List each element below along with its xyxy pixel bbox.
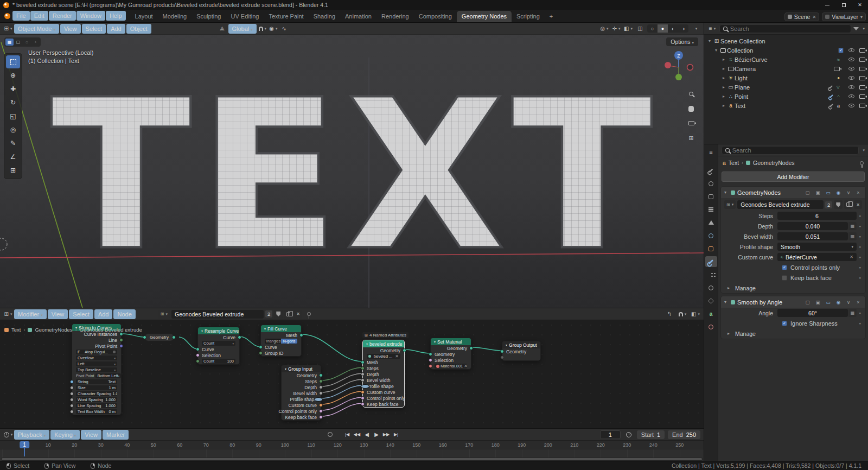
count-field[interactable]: Count100 (202, 359, 235, 364)
text-box-width-field[interactable]: Text Box Width0 m (76, 409, 117, 414)
shading-wireframe-button[interactable]: ○ (647, 24, 658, 33)
input-socket[interactable] (429, 364, 432, 368)
render-visibility-icon[interactable] (859, 48, 865, 53)
properties-filter-icon[interactable] (861, 148, 865, 153)
proportional-editing-icon[interactable]: ◉ (269, 24, 278, 33)
input-socket[interactable] (361, 384, 369, 389)
input-socket[interactable] (361, 378, 365, 382)
blender-menu-icon[interactable] (2, 11, 12, 20)
panel-expand-icon[interactable]: ▾ (724, 300, 729, 304)
hide-eye-icon[interactable] (848, 85, 854, 89)
viewport-menu-select[interactable]: Select (82, 24, 106, 34)
decorator-dot[interactable]: ● (857, 265, 863, 269)
output-socket[interactable] (299, 333, 303, 337)
remove-modifier-icon[interactable]: × (854, 190, 862, 195)
tab-physics[interactable] (705, 282, 717, 293)
expand-icon[interactable]: ▸ (720, 66, 727, 71)
decorator-dot[interactable]: ● (857, 321, 863, 325)
tab-object[interactable] (705, 243, 717, 254)
viewport-canvas[interactable]: TEXT TEXT TEXT (0, 23, 704, 308)
tab-scripting[interactable]: Scripting (512, 11, 545, 22)
outliner-row-scene-collection[interactable]: ▾ ⊞ Scene Collection (704, 36, 868, 46)
menu-keying[interactable]: Keying (50, 430, 80, 440)
expand-icon[interactable]: ▸ (720, 103, 727, 108)
play-button[interactable]: ▶ (372, 430, 381, 439)
render-toggle-icon[interactable]: ◉ (834, 189, 843, 196)
expand-icon[interactable]: ▾ (713, 48, 719, 53)
viewport-3d[interactable]: ⊞ Object Mode View Select Add Object ⟁ G… (0, 23, 704, 308)
editor-type-icon[interactable]: ⊞ (3, 310, 13, 319)
node-beveled-extrude-group[interactable]: beveled extrude Geometry beveled ...✕ Me… (362, 340, 405, 408)
extras-menu-icon[interactable]: ∨ (845, 300, 852, 305)
end-frame-field[interactable]: End250 (668, 430, 700, 439)
filter-icon[interactable] (853, 27, 859, 30)
line-spacing-field[interactable]: Line Spacing1.000 (76, 403, 117, 408)
ngons-option[interactable]: N-gons (281, 339, 297, 344)
unlink-icon[interactable]: ✕ (294, 310, 302, 319)
tab-geometry-nodes[interactable]: Geometry Nodes (457, 11, 512, 22)
output-socket[interactable] (319, 379, 323, 383)
timeline-ruler[interactable]: 1020304050607080901001101201301401501601… (0, 441, 704, 449)
tab-modeling[interactable]: Modeling (158, 11, 192, 22)
collection-checkbox[interactable] (838, 48, 844, 53)
add-workspace-button[interactable]: + (545, 11, 558, 22)
pivot-dropdown[interactable]: Bottom Left (95, 373, 121, 378)
jump-end-button[interactable]: ▶| (392, 430, 400, 439)
prev-keyframe-button[interactable]: ◀◀ (353, 430, 361, 439)
decorator-dot[interactable]: ● (857, 234, 863, 238)
tool-annotate[interactable]: ✎ (6, 137, 20, 150)
row-label[interactable]: BézierCurve (735, 56, 768, 63)
tab-constraints[interactable] (705, 295, 717, 306)
node-resample-curve[interactable]: Resample Curve Curve Count Curve Selecti… (197, 327, 240, 365)
outliner-row-light[interactable]: ▸ ☀ Light ● (704, 73, 868, 82)
tool-select-box[interactable] (6, 55, 20, 68)
playhead-line[interactable] (24, 448, 25, 456)
tool-cursor[interactable]: ⊕ (6, 69, 20, 82)
input-socket[interactable] (361, 396, 365, 400)
tool-add-cube[interactable]: ⊞ (6, 164, 20, 177)
hide-eye-icon[interactable] (848, 104, 854, 107)
menu-window[interactable]: Window (76, 11, 105, 21)
align-x-dropdown[interactable]: Left (76, 361, 117, 366)
users-count-badge[interactable]: 2 (825, 201, 832, 208)
modifier-name[interactable]: Smooth by Angle (737, 299, 801, 306)
node-menu-add[interactable]: Add (94, 309, 113, 319)
input-socket[interactable] (429, 358, 432, 362)
remove-modifier-icon[interactable]: × (854, 300, 862, 305)
render-visibility-icon[interactable] (859, 85, 865, 90)
tool-transform[interactable]: ◎ (6, 123, 20, 136)
output-socket[interactable] (319, 415, 323, 419)
empty-input-socket[interactable] (500, 355, 504, 359)
outliner-row-beziercurve[interactable]: ▸ ≈ BézierCurve ≈ (704, 55, 868, 64)
tab-compositing[interactable]: Compositing (414, 11, 457, 22)
row-label[interactable]: Camera (735, 66, 756, 72)
realtime-toggle-icon[interactable]: ▭ (824, 298, 832, 306)
scene-unlink-icon[interactable]: ✕ (812, 15, 816, 20)
output-socket[interactable] (319, 409, 323, 413)
decorator-dot[interactable]: ● (857, 311, 863, 315)
node-canvas[interactable]: Text › GeometryNodes › Geonodes Beveled … (0, 320, 704, 428)
fake-user-shield-icon[interactable] (834, 200, 843, 209)
modifier-name[interactable]: GeometryNodes (737, 189, 801, 196)
menu-help[interactable]: Help (106, 11, 126, 21)
tab-object-data[interactable]: a (705, 308, 717, 319)
orientation-dropdown[interactable]: Global (228, 24, 257, 34)
output-socket[interactable] (469, 346, 473, 350)
output-socket[interactable] (319, 373, 323, 377)
hide-eye-icon[interactable] (848, 76, 854, 80)
input-socket[interactable] (70, 404, 74, 408)
pan-hand-icon[interactable] (686, 104, 696, 113)
properties-search[interactable] (722, 146, 859, 155)
node-header[interactable]: Fill Curve (261, 325, 301, 332)
triangles-option[interactable]: Triangles (265, 339, 281, 344)
auto-key-button[interactable] (326, 430, 334, 439)
pin-icon[interactable] (307, 312, 311, 316)
hide-eye-icon[interactable] (848, 67, 854, 71)
shading-rendered-button[interactable]: ◑ (678, 24, 688, 33)
steps-field[interactable]: 6 (777, 212, 857, 220)
render-toggle-icon[interactable]: ◉ (834, 298, 843, 306)
node-header[interactable]: Group Output (502, 341, 540, 348)
tab-material[interactable] (705, 321, 717, 332)
zoom-icon[interactable] (686, 89, 696, 99)
viewport-menu-add[interactable]: Add (107, 24, 125, 34)
